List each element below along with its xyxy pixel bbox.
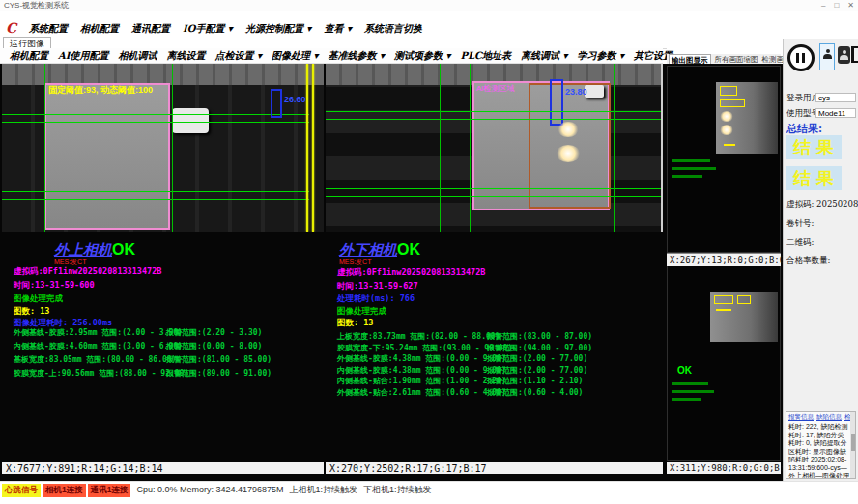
menu-bar: C 系统配置相机配置通讯配置IO手配置 ▾光源控制配置 ▾查看 ▾系统语言切换 xyxy=(0,22,858,36)
thumbnail-view-2[interactable]: OK xyxy=(667,266,781,461)
camera-image-outer-lower[interactable]: AI检测区域 23.80 xyxy=(326,64,663,232)
toolbar-item[interactable]: 点检设置 ▾ xyxy=(214,49,262,63)
toolbar-item[interactable]: 学习参数 ▾ xyxy=(578,49,625,63)
toolbar-item[interactable]: AI使用配置 xyxy=(58,49,108,63)
app-logo-icon: C xyxy=(6,20,16,36)
baseline-vline xyxy=(44,64,45,232)
barcode-line: 虚拟码:0Ff1inw2025020813313472B xyxy=(337,267,485,279)
measure: 外侧基线-胶膜:2.95mm 范围:(2.00 - 3.50) xyxy=(14,327,183,338)
person-icon xyxy=(840,50,848,59)
status-badge: 心跳信号 xyxy=(2,484,41,497)
baseline-hline xyxy=(326,119,663,120)
toolbar-item[interactable]: 离线设置 xyxy=(166,49,205,63)
mes-status: MES:发CT xyxy=(54,257,86,266)
result-badge: 结果 xyxy=(786,135,842,159)
info-text-line xyxy=(672,390,714,393)
measure: 内侧基线-贴合:1.90mm 范围:(1.00 - 2.20) xyxy=(337,376,506,386)
measure-callout-value: 26.60 xyxy=(284,95,306,104)
operator-button[interactable] xyxy=(838,46,850,64)
baseline-hline xyxy=(2,199,309,200)
log-tab[interactable]: 报警信息 xyxy=(788,413,814,422)
threshold-overlay-text: 固定阈值:93, 动态阈值:100 xyxy=(48,84,153,97)
ai-region-label: AI检测区域 xyxy=(476,83,515,94)
baseline-hline xyxy=(326,196,663,197)
alarm: 报警范围:(81.00 - 85.00) xyxy=(166,354,272,365)
pause-button[interactable] xyxy=(787,44,815,71)
time-line: 时间:13-31-59-600 xyxy=(14,280,95,292)
machine-rail xyxy=(2,64,324,85)
alarm: 报警范围:(89.00 - 91.00) xyxy=(166,368,272,378)
alarm: 报警范围:(2.00 - 77.00) xyxy=(487,353,587,364)
alarm: 报警范围:(94.00 - 97.00) xyxy=(487,343,592,353)
alarm: 报警范围:(83.00 - 87.00) xyxy=(487,331,592,342)
mes-status: MES:发CT xyxy=(339,257,371,266)
alarm: 报警范围:(2.20 - 3.30) xyxy=(166,327,262,338)
toolbar-item[interactable]: 测试项参数 ▾ xyxy=(394,49,451,63)
pixel-coords-readout: X:270;Y:2502;R:17;G:17;B:17 xyxy=(326,462,663,474)
log-box[interactable]: 报警信息缺陷信息检测信息 耗时: 222, 缺陷检测耗时: 17, 缺陷分类耗时… xyxy=(786,411,856,479)
baseline-hline xyxy=(326,111,663,112)
menu-item[interactable]: 相机配置 xyxy=(80,22,119,36)
tab-row: 运行图像 xyxy=(0,36,667,49)
user-button[interactable] xyxy=(819,43,835,70)
baseline-vline xyxy=(470,64,471,232)
toolbar-item[interactable]: 基准线参数 ▾ xyxy=(328,49,385,63)
measure-callout-value: 23.80 xyxy=(565,87,587,97)
log-scrollbar[interactable] xyxy=(850,412,855,478)
light-flare xyxy=(556,145,581,162)
reflection-part xyxy=(585,85,604,98)
window-title: CYS-视觉检测系统 xyxy=(4,1,69,10)
thumbnail-view-1[interactable] xyxy=(667,66,781,253)
needle-label: 卷针号: xyxy=(786,218,814,230)
menu-item[interactable]: 系统语言切换 xyxy=(364,22,422,36)
measure: 内侧基线-胶膜:4.38mm 范围:(0.00 - 9.00) xyxy=(337,365,506,376)
camera-image-outer-upper[interactable]: 固定阈值:93, 动态阈值:100 26.60 xyxy=(2,64,324,232)
total-result-list: 结果结果 xyxy=(786,135,842,190)
measure: 外侧基线-胶膜:4.38mm 范围:(0.00 - 9.00) xyxy=(337,353,506,364)
close-button[interactable]: ✕ xyxy=(847,0,854,11)
alarm: 报警范围:(2.00 - 77.00) xyxy=(487,365,587,376)
menu-item[interactable]: 通讯配置 xyxy=(131,22,170,36)
menu-item[interactable]: 光源控制配置 ▾ xyxy=(245,22,312,36)
connector-part xyxy=(172,108,209,133)
menu-item[interactable]: 查看 ▾ xyxy=(324,22,352,36)
toolbar-item[interactable]: 图像处理 ▾ xyxy=(272,49,319,63)
baseline-hline xyxy=(2,191,309,192)
total-result-label: 总结果: xyxy=(786,122,822,136)
app-window: CYS-视觉检测系统 – □ ✕ C 系统配置相机配置通讯配置IO手配置 ▾光源… xyxy=(0,0,858,504)
toolbar-item[interactable]: 离线调试 ▾ xyxy=(521,49,568,63)
baseline-hline xyxy=(2,122,309,123)
alarm: 报警范围:(0.60 - 4.00) xyxy=(487,387,583,398)
info-text-line xyxy=(672,159,710,162)
info-text-line xyxy=(672,382,708,385)
camera-panel-outer-lower: AI检测区域 23.80 外下相机OK MES:发CT 虚拟码:0Ff1inw2… xyxy=(326,64,663,481)
right-control-panel: 登录用户: cys 使用型号: Mode11 总结果: 结果结果 虚拟码: 20… xyxy=(783,39,858,481)
qr-label: 二维码: xyxy=(786,238,814,249)
roi-rectangle xyxy=(44,83,170,230)
log-text: 耗时: 222, 缺陷检测耗时: 17, 缺陷分类耗时: 0, 缺陷提取分区耗时… xyxy=(786,422,855,479)
baseline-vline xyxy=(172,64,173,232)
barcode-line: 虚拟码:0Ff1inw2025020813313472B xyxy=(14,266,161,278)
time-line: 时间:13-31-59-627 xyxy=(337,281,418,293)
light-flare xyxy=(720,111,733,122)
model-field[interactable]: Mode11 xyxy=(815,108,856,118)
maximize-button[interactable]: □ xyxy=(834,0,839,11)
baseline-vline xyxy=(440,64,441,232)
status-badge: 通讯1连接 xyxy=(88,484,131,497)
edge-marker-line xyxy=(312,64,314,232)
toolbar-item[interactable]: 相机配置 xyxy=(10,49,48,63)
menu-item[interactable]: 系统配置 xyxy=(29,22,68,36)
log-tab[interactable]: 缺陷信息 xyxy=(816,413,842,422)
minimize-button[interactable]: – xyxy=(821,0,825,11)
status-bar: 心跳信号相机1连接通讯1连接 Cpu: 0.0% Memory: 3424.41… xyxy=(0,481,858,504)
measure-callout-box xyxy=(271,89,282,118)
overlay-mark xyxy=(724,144,735,146)
alarm: 报警范围:(1.10 - 2.10) xyxy=(487,376,583,386)
toolbar-item[interactable]: 相机调试 xyxy=(118,49,157,63)
measure: 基板宽度:83.05mm 范围:(80.00 - 86.00) xyxy=(14,354,176,365)
logout-door-icon[interactable] xyxy=(851,46,858,63)
toolbar-item[interactable]: PLC地址表 xyxy=(461,49,512,63)
login-user-field[interactable]: cys xyxy=(815,93,856,102)
menu-item[interactable]: IO手配置 ▾ xyxy=(183,22,233,36)
measure: 内侧基线-胶膜:4.60mm 范围:(3.00 - 6.00) xyxy=(14,341,183,351)
